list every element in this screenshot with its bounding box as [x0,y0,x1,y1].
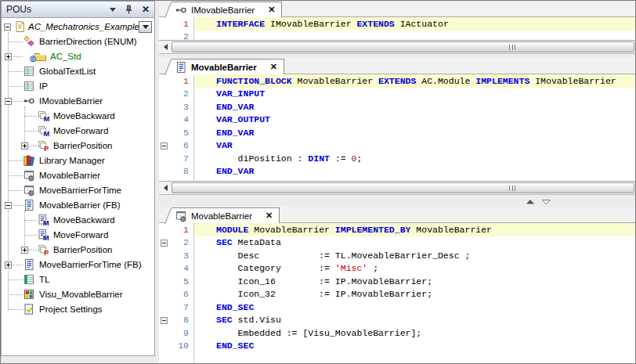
line-number: 8 [170,315,193,325]
tree-item-label: MoveForward [51,229,110,240]
tree-item-label: Library Manager [37,155,107,166]
code-editor[interactable]: 1FUNCTION_BLOCK MovableBarrier EXTENDS A… [159,74,635,181]
tree-item-label: IMovableBarrier [37,96,105,106]
tree-item-ip[interactable]: IP [2,79,154,94]
code-line: 10END_SEC [159,340,635,353]
expand-icon[interactable] [5,53,12,60]
expand-icon[interactable] [21,142,28,150]
tab-row: MovableBarrier✕ [159,58,635,74]
tree-item-library-manager[interactable]: Library Manager [2,153,154,168]
pin-icon[interactable] [125,5,133,14]
tree-item-tl[interactable]: TL [2,272,154,287]
tab-close-icon[interactable]: ✕ [266,211,273,220]
code-line: 5END_VAR [159,126,635,139]
tree-item-movebarrierfortime-fb-[interactable]: MoveBarrierForTime (FB) [2,258,154,272]
tab-imovablebarrier[interactable]: IMovableBarrier✕ [172,2,282,17]
line-number: 3 [170,250,193,261]
tree-item-imovablebarrier[interactable]: IMovableBarrier [2,94,154,109]
tree-item-label: TL [37,274,52,285]
tree-item-label: Visu_MovableBarrier [37,289,125,300]
code-line: 8SEC std.Visu [159,314,635,327]
tree-item-barrierdirection-enum-[interactable]: BarrierDirection (ENUM) [2,34,154,49]
itf-prop-icon: P [37,139,49,154]
line-number: 1 [170,19,193,29]
line-number: 6 [170,289,193,299]
tree-item-visu-movablebarrier[interactable]: Visu_MovableBarrier [2,287,154,302]
svg-text:M: M [44,129,50,137]
code-line: 7END_SEC [159,301,635,314]
fb-icon [23,199,35,214]
line-number: 8 [170,166,193,176]
library-icon [23,154,35,169]
pous-panel: POUs ✕ AC_Mechatronics_ExampleBarrierDir… [1,1,155,363]
tab-label: IMovableBarrier [191,5,264,15]
visu-icon [23,288,35,303]
code-line [159,352,635,363]
pous-panel-header: POUs ✕ [1,1,155,18]
code-line: 1FUNCTION_BLOCK MovableBarrier EXTENDS A… [159,74,635,88]
tab-close-icon[interactable]: ✕ [268,5,275,14]
fold-collapse-icon[interactable] [161,317,168,324]
tab-movablebarrier[interactable]: MovableBarrier✕ [172,59,284,74]
tree-item-label: BarrierPosition [51,140,114,151]
ide-window: POUs ✕ AC_Mechatronics_ExampleBarrierDir… [0,0,636,364]
scrollbar-thumb[interactable] [172,41,634,52]
expand-icon[interactable] [21,247,28,254]
svg-text:M: M [43,233,49,241]
itf-method-icon: M [37,124,49,139]
fold-collapse-icon[interactable] [161,240,168,247]
tab-label: MovableBarrier [191,63,266,72]
horizontal-scrollbar[interactable] [159,181,635,194]
textlist-icon [23,80,35,95]
line-number: 2 [170,88,193,99]
tree-item-ac-std[interactable]: AC_Std [2,49,154,64]
tree-item-movebarrierfortime[interactable]: MoveBarrierForTime [2,183,154,198]
scroll-left-icon[interactable] [159,41,172,53]
fb-method-icon: M [37,229,49,243]
tree-item-movablebarrier[interactable]: MovableBarrier [2,168,154,183]
scrollbar-thumb[interactable] [172,182,634,193]
collapse-icon[interactable] [4,23,11,31]
splitter-arrows-icon[interactable] [526,198,554,205]
code-line-text: Embedded := [Visu_MovableBarrier]; [193,326,635,340]
fold-collapse-icon[interactable] [161,142,168,150]
tree-item-label: BarrierPosition [51,244,114,255]
tree-item-ac-mechatronics-example[interactable]: AC_Mechatronics_Example [2,20,154,34]
tree-item-project-settings[interactable]: Project Settings [2,302,154,317]
line-number: 6 [170,140,193,150]
root-dropdown-button[interactable] [139,21,152,33]
expand-icon[interactable] [5,261,12,268]
pane-splitter[interactable] [159,194,635,207]
collapse-icon[interactable] [5,98,12,105]
line-number: 2 [170,31,193,40]
close-icon[interactable]: ✕ [142,5,150,14]
fb-prop-icon: P [37,243,49,258]
code-editor[interactable]: 1INTERFACE IMovableBarrier EXTENDS IActu… [159,17,635,40]
textlist-icon [23,65,35,80]
code-line: 4VAR_OUTPUT [159,114,635,127]
tree-item-label: MovableBarrier (FB) [37,200,123,211]
code-line [159,178,635,181]
code-line: 2VAR_INPUT [159,88,635,101]
line-number: 5 [170,128,193,138]
code-line-text [193,31,635,41]
horizontal-scrollbar[interactable] [159,40,635,53]
code-line: 7 diPosition : DINT := 0; [159,152,635,165]
code-line-text: Icon_16 := IP.MovableBarrier; [193,275,635,288]
tree-item-label: MovableBarrier [37,170,103,181]
code-line-text: Category := 'Misc' ; [193,262,635,276]
window-position-icon[interactable] [110,8,116,12]
tree-item-label: AC_Std [48,51,84,62]
tab-close-icon[interactable]: ✕ [270,63,277,71]
code-editor[interactable]: 1MODULE MovableBarrier IMPLEMENTED_BY Mo… [159,223,635,363]
tab-movablebarrier[interactable]: MovableBarrier✕ [172,207,280,223]
tree-item-globaltextlist[interactable]: GlobalTextList [2,64,154,79]
tree-item-label: BarrierDirection (ENUM) [37,36,139,47]
code-line-text: SEC MetaData [193,236,635,250]
module-icon [23,184,35,199]
code-line-text: Icon_32 := IP.MovableBarrier; [193,288,635,301]
code-line-text: FUNCTION_BLOCK MovableBarrier EXTENDS AC… [193,74,635,88]
tree-item-movablebarrier-fb-[interactable]: MovableBarrier (FB) [2,198,154,213]
scroll-left-icon[interactable] [159,182,172,194]
collapse-icon[interactable] [5,202,12,209]
